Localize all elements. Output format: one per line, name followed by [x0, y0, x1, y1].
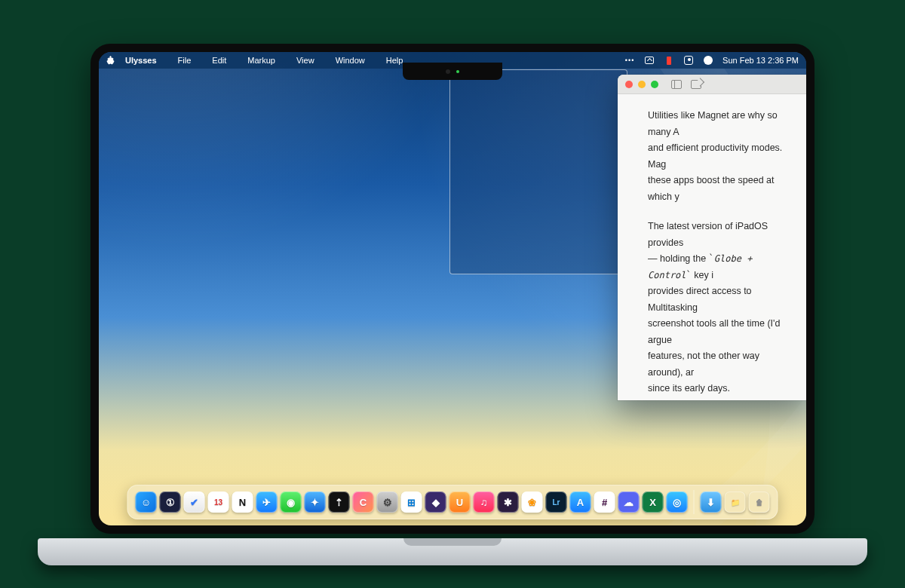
menu-item-edit[interactable]: Edit [212, 56, 226, 65]
dock-app-excel[interactable]: X [643, 492, 664, 513]
dock-app-1password[interactable]: ① [160, 492, 181, 513]
control-center-icon[interactable] [683, 55, 694, 66]
dock-app-messages[interactable]: ◉ [281, 492, 302, 513]
dock-app-cleanshot[interactable]: ◎ [667, 492, 688, 513]
menubar-clock[interactable]: Sun Feb 13 2:36 PM [722, 56, 799, 65]
menu-item-markup[interactable]: Markup [247, 56, 275, 65]
menu-item-window[interactable]: Window [336, 56, 365, 65]
sidebar-toggle-icon[interactable] [671, 80, 682, 89]
editor-paragraph: — holding the Globe + Control key i [648, 251, 785, 283]
laptop-base [38, 538, 867, 565]
laptop-bezel: Ulysses FileEditMarkupViewWindowHelp Sun… [90, 44, 814, 534]
dock-app-pixelmator[interactable]: ✱ [498, 492, 519, 513]
dock-app-discord[interactable]: ☁ [618, 492, 640, 513]
editor-paragraph: provides direct access to Multitasking [648, 283, 785, 316]
editor-paragraph: features, not the other way around), ar [648, 348, 785, 381]
dock-app-stocks[interactable]: ⇡ [329, 492, 350, 513]
ulysses-window[interactable]: Utilities like Magnet are why so many Aa… [618, 75, 806, 400]
editor-paragraph: Utilities like Magnet are why so many A [648, 108, 785, 140]
dock-app-windows[interactable]: ⊞ [401, 492, 422, 513]
dock-app-photos[interactable]: ❀ [522, 492, 543, 513]
dock-app-trash[interactable]: 🗑 [749, 492, 770, 513]
editor-body[interactable]: Utilities like Magnet are why so many Aa… [618, 94, 806, 400]
display-notch [403, 63, 502, 80]
dock-app-obsidian[interactable]: ◆ [425, 492, 446, 513]
dock-app-folder[interactable]: 📁 [725, 492, 746, 513]
window-minimize-button[interactable] [638, 81, 646, 88]
dock-app-appstore[interactable]: A [570, 492, 591, 513]
laptop-frame: Ulysses FileEditMarkupViewWindowHelp Sun… [90, 44, 814, 534]
dock-app-fantastical[interactable]: 13 [208, 492, 229, 513]
menu-item-view[interactable]: View [296, 56, 314, 65]
magnet-snap-preview [449, 69, 627, 274]
dock-app-notion[interactable]: N [232, 492, 253, 513]
dock-app-settings[interactable]: ⚙ [377, 492, 398, 513]
editor-paragraph: screenshot tools all the time (I'd argue [648, 316, 785, 348]
dock-app-spark[interactable]: ✈ [256, 492, 278, 513]
apple-menu-icon[interactable] [106, 56, 115, 65]
window-titlebar[interactable] [618, 75, 806, 94]
window-zoom-button[interactable] [651, 81, 658, 88]
editor-paragraph: and efficient productivity modes. Mag [648, 140, 785, 173]
dock-app-downloads[interactable]: ⬇ [701, 492, 722, 513]
dock-app-ulysses[interactable]: U [449, 492, 471, 513]
editor-paragraph: since its early days. [648, 381, 785, 397]
editor-paragraph: these apps boost the speed at which y [648, 173, 785, 205]
menu-item-file[interactable]: File [178, 56, 192, 65]
desktop: Ulysses FileEditMarkupViewWindowHelp Sun… [99, 52, 806, 525]
inline-code: Globe + Control [648, 253, 752, 280]
dock-separator [694, 490, 695, 514]
menubar-overflow-icon[interactable] [624, 55, 635, 66]
dock-app-finder[interactable]: ☺ [136, 492, 157, 513]
window-close-button[interactable] [625, 81, 633, 88]
dock-app-slack[interactable]: # [594, 492, 615, 513]
dock-app-safari[interactable]: ✦ [305, 492, 326, 513]
editor-paragraph: The latest version of iPadOS provides [648, 219, 785, 251]
app-menu[interactable]: Ulysses [125, 56, 157, 65]
user-menuextra-icon[interactable] [703, 55, 713, 66]
window-snap-menuextra-icon[interactable] [644, 55, 655, 66]
dock-app-lightroom[interactable]: Lr [546, 492, 567, 513]
dock: ☺①✔13N✈◉✦⇡C⚙⊞◆U♫✱❀LrA#☁X◎⬇📁🗑 [127, 485, 778, 519]
dock-app-things[interactable]: ✔ [184, 492, 205, 513]
menu-item-help[interactable]: Help [386, 56, 403, 65]
dock-app-craft[interactable]: C [353, 492, 374, 513]
dock-app-music[interactable]: ♫ [474, 492, 495, 513]
battery-low-icon[interactable] [664, 55, 674, 66]
compose-icon[interactable] [691, 80, 701, 89]
